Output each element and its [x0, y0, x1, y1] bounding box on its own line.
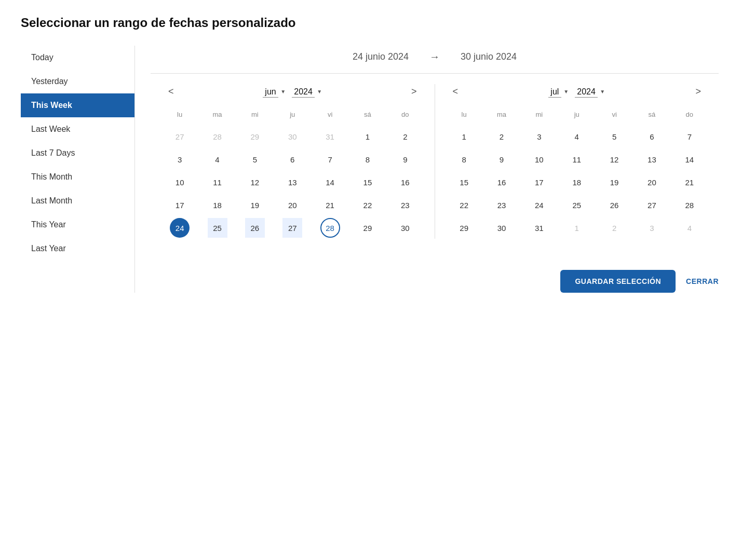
- day-cell[interactable]: 13: [282, 172, 302, 192]
- sidebar-item-last-year[interactable]: Last Year: [21, 237, 134, 261]
- sidebar-item-this-year[interactable]: This Year: [21, 213, 134, 237]
- day-cell[interactable]: 24: [529, 195, 549, 215]
- day-cell[interactable]: 22: [358, 195, 378, 215]
- day-cell[interactable]: 8: [358, 149, 378, 169]
- sidebar-item-yesterday[interactable]: Yesterday: [21, 70, 134, 93]
- page-title: Seleccionar un rango de fechas personali…: [21, 16, 734, 30]
- save-selection-button[interactable]: GUARDAR SELECCIÓN: [560, 270, 676, 293]
- day-cell[interactable]: 6: [282, 149, 302, 169]
- day-cell[interactable]: 1: [567, 218, 587, 238]
- day-cell[interactable]: 10: [170, 172, 190, 192]
- right-calendar-container-days-grid: 1234567891011121314151617181920212223242…: [446, 126, 709, 239]
- day-cell[interactable]: 30: [282, 127, 302, 146]
- day-cell[interactable]: 23: [395, 195, 415, 215]
- day-cell[interactable]: 14: [680, 149, 699, 169]
- day-cell[interactable]: 13: [642, 149, 662, 169]
- day-cell[interactable]: 27: [642, 195, 662, 215]
- day-cell[interactable]: 10: [529, 149, 549, 169]
- day-cell[interactable]: 2: [492, 127, 511, 146]
- sidebar-item-last-week[interactable]: Last Week: [21, 117, 134, 141]
- day-cell[interactable]: 31: [529, 218, 549, 238]
- day-cell[interactable]: 3: [170, 149, 190, 169]
- day-cell[interactable]: 21: [680, 172, 699, 192]
- day-cell[interactable]: 4: [208, 149, 227, 169]
- sidebar-item-last-7-days[interactable]: Last 7 Days: [21, 141, 134, 165]
- left-calendar-container-day-name: ma: [198, 107, 236, 121]
- day-cell[interactable]: 17: [529, 172, 549, 192]
- sidebar: TodayYesterdayThis WeekLast WeekLast 7 D…: [21, 46, 135, 293]
- day-cell[interactable]: 19: [245, 195, 265, 215]
- day-cell[interactable]: 3: [642, 218, 662, 238]
- day-cell[interactable]: 5: [245, 149, 265, 169]
- left-calendar-container-header: <jun2024>: [161, 84, 424, 99]
- day-cell[interactable]: 27: [170, 127, 190, 146]
- day-cell[interactable]: 12: [604, 149, 624, 169]
- right-calendar-container-day-name: sá: [633, 107, 670, 121]
- day-cell[interactable]: 3: [529, 127, 549, 146]
- day-cell[interactable]: 20: [642, 172, 662, 192]
- sidebar-item-this-month[interactable]: This Month: [21, 165, 134, 189]
- close-button[interactable]: CERRAR: [686, 277, 719, 285]
- day-cell[interactable]: 4: [567, 127, 587, 146]
- day-cell[interactable]: 7: [320, 149, 340, 169]
- left-calendar-container-next-btn[interactable]: >: [406, 84, 422, 99]
- right-calendar-container-next-btn[interactable]: >: [690, 84, 706, 99]
- day-cell[interactable]: 26: [604, 195, 624, 215]
- day-cell[interactable]: 6: [642, 127, 662, 146]
- day-cell[interactable]: 8: [454, 149, 474, 169]
- day-cell[interactable]: 22: [454, 195, 474, 215]
- day-cell[interactable]: 28: [208, 127, 227, 146]
- sidebar-item-this-week[interactable]: This Week: [21, 93, 134, 117]
- day-cell[interactable]: 1: [454, 127, 474, 146]
- day-cell[interactable]: 30: [492, 218, 511, 238]
- day-cell[interactable]: 28: [320, 218, 340, 238]
- day-cell[interactable]: 15: [358, 172, 378, 192]
- day-cell[interactable]: 20: [282, 195, 302, 215]
- day-cell[interactable]: 15: [454, 172, 474, 192]
- sidebar-item-today[interactable]: Today: [21, 46, 134, 70]
- day-cell[interactable]: 24: [170, 218, 190, 238]
- right-calendar-container-year-select[interactable]: 2024: [575, 86, 598, 98]
- day-cell[interactable]: 30: [395, 218, 415, 238]
- day-cell[interactable]: 9: [395, 149, 415, 169]
- left-calendar-container-prev-btn[interactable]: <: [163, 84, 179, 99]
- day-cell[interactable]: 14: [320, 172, 340, 192]
- day-cell[interactable]: 27: [282, 218, 302, 238]
- right-calendar-container-prev-btn[interactable]: <: [448, 84, 464, 99]
- right-calendar-container-month-select[interactable]: jul: [548, 86, 561, 98]
- day-cell[interactable]: 9: [492, 149, 511, 169]
- day-cell[interactable]: 4: [680, 218, 699, 238]
- day-cell[interactable]: 2: [604, 218, 624, 238]
- right-calendar-container-day-name: mi: [520, 107, 558, 121]
- day-cell[interactable]: 5: [604, 127, 624, 146]
- left-calendar-container-day-name: mi: [236, 107, 274, 121]
- day-cell[interactable]: 16: [492, 172, 511, 192]
- day-cell[interactable]: 31: [320, 127, 340, 146]
- day-cell[interactable]: 17: [170, 195, 190, 215]
- left-calendar-container-day-name: vi: [311, 107, 348, 121]
- day-cell[interactable]: 1: [358, 127, 378, 146]
- day-cell[interactable]: 28: [680, 195, 699, 215]
- day-cell[interactable]: 25: [567, 195, 587, 215]
- day-cell[interactable]: 26: [245, 218, 265, 238]
- day-cell[interactable]: 11: [567, 149, 587, 169]
- day-cell[interactable]: 19: [604, 172, 624, 192]
- day-cell[interactable]: 18: [567, 172, 587, 192]
- day-cell[interactable]: 2: [395, 127, 415, 146]
- day-cell[interactable]: 11: [208, 172, 227, 192]
- right-calendar-container-day-name: lu: [446, 107, 483, 121]
- day-cell[interactable]: 23: [492, 195, 511, 215]
- day-cell[interactable]: 12: [245, 172, 265, 192]
- left-calendar-container-month-select[interactable]: jun: [263, 86, 278, 98]
- left-calendar-container-year-select[interactable]: 2024: [292, 86, 315, 98]
- sidebar-item-last-month[interactable]: Last Month: [21, 189, 134, 213]
- day-cell[interactable]: 21: [320, 195, 340, 215]
- day-cell[interactable]: 29: [245, 127, 265, 146]
- day-cell[interactable]: 16: [395, 172, 415, 192]
- day-cell[interactable]: 18: [208, 195, 227, 215]
- day-cell[interactable]: 7: [680, 127, 699, 146]
- right-calendar-container-day-name: vi: [596, 107, 633, 121]
- day-cell[interactable]: 29: [454, 218, 474, 238]
- day-cell[interactable]: 25: [208, 218, 227, 238]
- day-cell[interactable]: 29: [358, 218, 378, 238]
